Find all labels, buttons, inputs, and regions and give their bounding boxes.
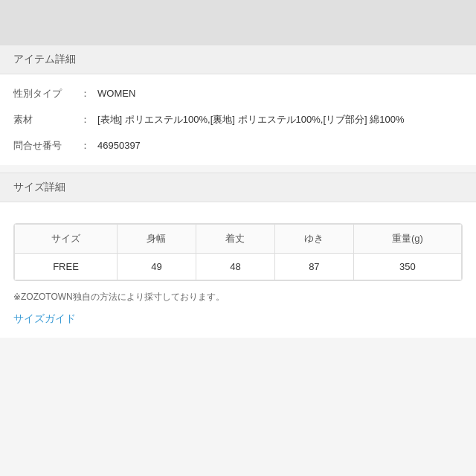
item-detail-section: 性別タイプ ： WOMEN 素材 ： [表地] ポリエステル100%,[裏地] … xyxy=(0,74,476,165)
table-header-row: サイズ 身幅 着丈 ゆき 重量(g) xyxy=(15,225,462,254)
size-detail-header-label: サイズ詳細 xyxy=(13,181,65,193)
gender-value: WOMEN xyxy=(97,86,463,102)
col-header-size: サイズ xyxy=(15,225,118,254)
cell-size: FREE xyxy=(15,254,118,280)
detail-row-gender: 性別タイプ ： WOMEN xyxy=(13,86,463,102)
section-gap xyxy=(0,165,476,173)
size-table: サイズ 身幅 着丈 ゆき 重量(g) FREE 49 48 87 350 xyxy=(14,224,462,280)
col-header-weight: 重量(g) xyxy=(353,225,461,254)
material-separator: ： xyxy=(80,112,90,126)
item-detail-header-label: アイテム詳細 xyxy=(13,53,76,65)
size-detail-header: サイズ詳細 xyxy=(0,173,476,202)
gender-label: 性別タイプ xyxy=(13,86,80,100)
col-header-sleeve: ゆき xyxy=(274,225,353,254)
material-value: [表地] ポリエステル100%,[裏地] ポリエステル100%,[リブ部分] 綿… xyxy=(97,112,463,128)
size-table-wrapper: サイズ 身幅 着丈 ゆき 重量(g) FREE 49 48 87 350 xyxy=(13,223,463,281)
table-row: FREE 49 48 87 350 xyxy=(15,254,462,280)
detail-row-material: 素材 ： [表地] ポリエステル100%,[裏地] ポリエステル100%,[リブ… xyxy=(13,112,463,128)
material-label: 素材 xyxy=(13,112,80,126)
item-detail-header: アイテム詳細 xyxy=(0,45,476,74)
inquiry-value: 46950397 xyxy=(97,138,463,154)
size-guide-link[interactable]: サイズガイド xyxy=(13,312,76,324)
cell-sleeve: 87 xyxy=(274,254,353,280)
gender-separator: ： xyxy=(80,86,90,100)
col-header-length: 着丈 xyxy=(196,225,274,254)
cell-width: 49 xyxy=(117,254,196,280)
detail-row-inquiry: 問合せ番号 ： 46950397 xyxy=(13,138,463,154)
cell-weight: 350 xyxy=(353,254,461,280)
col-header-width: 身幅 xyxy=(117,225,196,254)
cell-length: 48 xyxy=(196,254,274,280)
inquiry-separator: ： xyxy=(80,138,90,152)
size-detail-section: サイズ 身幅 着丈 ゆき 重量(g) FREE 49 48 87 350 ※ZO… xyxy=(0,202,476,338)
inquiry-label: 問合せ番号 xyxy=(13,138,80,152)
measurement-note: ※ZOZOTOWN独自の方法により採寸しております。 xyxy=(13,290,463,303)
top-image-area xyxy=(0,0,476,45)
